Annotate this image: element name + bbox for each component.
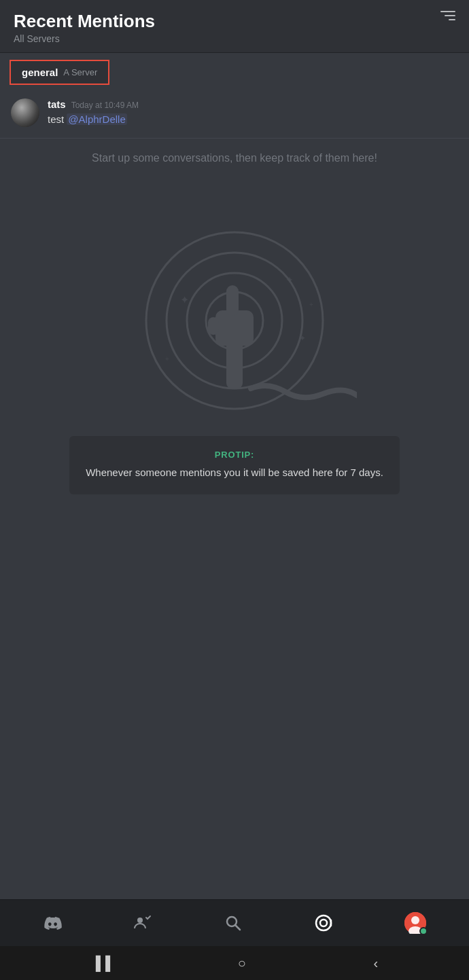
channel-name: general [22,67,58,78]
empty-state: Start up some conversations, then keep t… [0,139,469,697]
message-header: tats Today at 10:49 AM [48,98,139,110]
bottom-nav [0,899,469,946]
filter-icon[interactable] [440,11,455,20]
message-item: tats Today at 10:49 AM test @AlphrDelle [0,92,469,139]
svg-line-15 [235,926,240,930]
android-nav-bar: ▐▐ ○ ‹ [0,946,469,980]
header-text: Recent Mentions All Servers [14,11,155,44]
message-text-before: test [48,113,67,125]
nav-item-home[interactable] [33,909,71,937]
message-username: tats [48,98,66,110]
illustration-svg: ✦ ✦ ✦ + + [112,185,357,429]
svg-text:✦: ✦ [180,294,189,306]
svg-text:✦: ✦ [299,333,306,343]
message-timestamp: Today at 10:49 AM [71,101,139,110]
android-home-btn[interactable]: ○ [238,956,246,971]
discord-icon [43,913,62,932]
spacer [0,697,469,899]
nav-item-mentions[interactable] [305,909,343,937]
message-mention[interactable]: @AlphrDelle [67,113,126,125]
protip-label: PROTIP: [86,450,383,460]
online-badge [419,927,428,935]
empty-state-text: Start up some conversations, then keep t… [92,152,377,164]
page-title: Recent Mentions [14,11,155,32]
filter-line-2 [445,15,455,16]
nav-item-search[interactable] [214,909,252,937]
android-recent-btn[interactable]: ▐▐ [91,956,110,971]
svg-point-20 [411,916,419,924]
avatar [11,98,39,127]
mentions-icon [314,913,333,932]
message-content: tats Today at 10:49 AM test @AlphrDelle [48,98,139,127]
svg-rect-6 [226,285,239,316]
avatar-image [11,98,39,127]
android-back-btn[interactable]: ‹ [374,956,379,971]
nav-avatar [404,912,426,934]
protip-box: PROTIP: Whenever someone mentions you it… [69,436,400,494]
svg-text:✦: ✦ [285,274,294,285]
nav-item-profile[interactable] [395,908,436,938]
svg-point-13 [137,918,143,923]
message-text: test @AlphrDelle [48,112,139,126]
svg-point-17 [316,915,331,930]
nav-item-friends[interactable] [124,909,162,937]
svg-text:+: + [309,301,313,308]
filter-line-3 [449,19,455,20]
channel-tag-wrapper: general A Server [0,53,469,92]
illustration: ✦ ✦ ✦ + + [20,178,449,436]
svg-rect-7 [208,317,219,335]
channel-tag: general A Server [10,60,109,85]
svg-rect-5 [215,310,254,346]
filter-line-1 [440,11,455,12]
friends-icon [133,913,152,932]
svg-rect-4 [226,341,243,388]
svg-point-16 [320,920,327,926]
search-icon [224,913,243,932]
protip-text: Whenever someone mentions you it will be… [86,465,383,481]
header-subtitle: All Servers [14,33,155,44]
page-header: Recent Mentions All Servers [0,0,469,53]
channel-server: A Server [63,67,97,77]
svg-text:+: + [165,355,169,363]
